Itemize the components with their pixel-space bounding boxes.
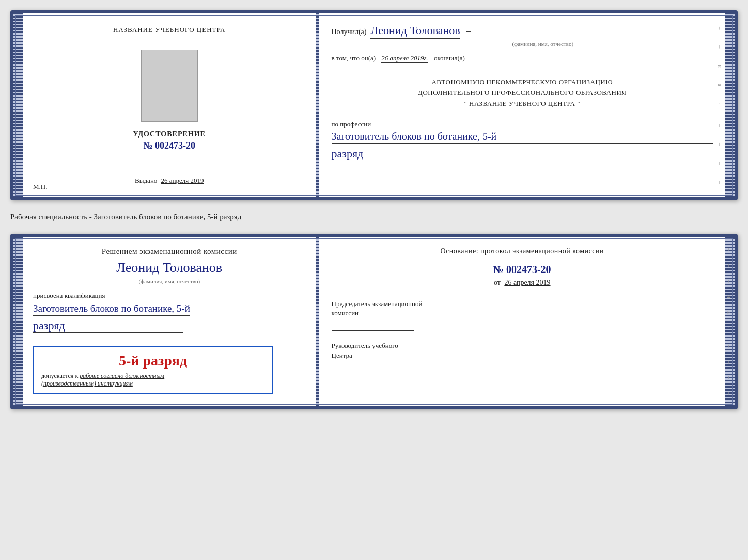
deco2-line-2: –: [726, 264, 733, 267]
cert2-ot-date-val: 26 апреля 2019: [504, 279, 550, 286]
cert1-line1: [60, 166, 278, 166]
cert2-predsedatel-line1: Председатель экзаменационной: [332, 300, 423, 308]
deco2-line-10: –: [726, 392, 733, 395]
cert2-predsedatel-title: Председатель экзаменационной комиссии: [332, 299, 713, 318]
specialty-label: Рабочая специальность - Заготовитель бло…: [10, 209, 738, 226]
deco-line-3: и: [717, 65, 723, 68]
cert2-left-page: Решением экзаменационной комиссии Леонид…: [23, 237, 316, 406]
deco2-line-7: –: [726, 345, 733, 348]
cert2-left-border: [13, 237, 23, 406]
cert1-received-name: Леонид Толованов: [370, 24, 460, 39]
deco-line-8: –: [717, 162, 723, 165]
certificate-2: Решением экзаменационной комиссии Леонид…: [10, 234, 738, 409]
deco-line-6: –: [717, 124, 723, 127]
cert1-received-line: Получил(а) Леонид Толованов –: [332, 24, 713, 39]
cert2-rukovoditel-block: Руководитель учебного Центра: [332, 341, 713, 373]
cert1-left-page: НАЗВАНИЕ УЧЕБНОГО ЦЕНТРА УДОСТОВЕРЕНИЕ №…: [23, 13, 316, 197]
cert1-mp: М.П.: [33, 183, 47, 191]
cert2-rukovoditel-title: Руководитель учебного Центра: [332, 341, 713, 360]
cert1-udost-label: УДОСТОВЕРЕНИЕ: [133, 130, 206, 138]
cert1-vtom-date: 26 апреля 2019г.: [381, 54, 428, 63]
cert1-right-page: Получил(а) Леонид Толованов – (фамилия, …: [319, 13, 726, 197]
cert1-org-line1: АВТОНОМНУЮ НЕКОММЕРЧЕСКУЮ ОРГАНИЗАЦИЮ: [332, 77, 713, 88]
cert2-osnov: Основание: протокол экзаменационной коми…: [332, 247, 713, 255]
cert2-razryad: разряд: [33, 319, 183, 333]
deco2-line-3: –: [726, 280, 733, 283]
cert1-org-block: АВТОНОМНУЮ НЕКОММЕРЧЕСКУЮ ОРГАНИЗАЦИЮ ДО…: [332, 77, 713, 109]
cert1-profession-name: Заготовитель блоков по ботанике, 5-й: [332, 131, 713, 144]
deco2-line-9: –: [726, 376, 733, 379]
deco2-line-1: –: [726, 248, 733, 251]
cert2-predsedatel-komissii: комиссии: [332, 309, 359, 317]
deco-line-7: –: [717, 143, 723, 146]
cert1-number: № 002473-20: [143, 140, 195, 151]
cert2-qual-name: Заготовитель блоков по ботанике, 5-й: [33, 303, 190, 316]
cert2-stamp-box: 5-й разряд допускается к работе согласно…: [33, 346, 273, 394]
cert1-org-line3: " НАЗВАНИЕ УЧЕБНОГО ЦЕНТРА ": [332, 99, 713, 109]
cert2-rabota: работе согласно должностным: [80, 372, 164, 379]
cert1-poluchil: Получил(а): [332, 28, 367, 36]
cert2-ot-date: от 26 апреля 2019: [332, 279, 713, 287]
cert2-instruktsii: (производственным) инструкциям: [41, 380, 133, 387]
cert1-po-professii: по профессии: [332, 120, 713, 129]
cert2-fio-sub: (фамилия, имя, отчество): [33, 278, 306, 284]
page-container: НАЗВАНИЕ УЧЕБНОГО ЦЕНТРА УДОСТОВЕРЕНИЕ №…: [10, 10, 738, 409]
deco-line-4: а: [717, 84, 723, 86]
cert1-vydano: Выдано 26 апреля 2019: [135, 177, 204, 185]
cert2-assigned: присвоена квалификация: [33, 292, 105, 300]
cert1-fio-subtitle: (фамилия, имя, отчество): [373, 41, 713, 47]
cert1-razryad: разряд: [332, 147, 560, 162]
deco2-line-4: и: [726, 295, 733, 298]
deco-line-1: –: [717, 27, 723, 30]
cert2-protocol-num: № 002473-20: [332, 264, 713, 276]
cert2-decision: Решением экзаменационной комиссии: [33, 247, 306, 256]
cert1-dash: –: [466, 26, 471, 37]
cert1-school-name: НАЗВАНИЕ УЧЕБНОГО ЦЕНТРА: [113, 26, 225, 34]
cert1-org-line2: ДОПОЛНИТЕЛЬНОГО ПРОФЕССИОНАЛЬНОГО ОБРАЗО…: [332, 88, 713, 99]
cert1-vtom-line: в том, что он(а) 26 апреля 2019г. окончи…: [332, 54, 713, 62]
cert1-vydano-date: 26 апреля 2019: [161, 177, 204, 184]
cert2-ot-label: от: [494, 279, 501, 286]
cert2-допускается-label: допускается к: [41, 372, 78, 379]
deco-line-5: ←: [717, 102, 723, 108]
cert1-right-border: [725, 13, 735, 197]
deco-line-2: –: [717, 45, 723, 49]
cert2-predsedatel-sig-line: [332, 330, 414, 331]
cert1-photo: [141, 50, 198, 122]
cert2-tsentra: Центра: [332, 351, 352, 359]
cert2-rukovoditel-sig-line: [332, 373, 414, 373]
cert1-profession-block: по профессии Заготовитель блоков по бота…: [332, 120, 713, 162]
deco2-line-5: а: [726, 311, 733, 314]
cert2-deco-lines: – – – и а ← – – – –: [719, 237, 735, 406]
cert2-person-name: Леонид Толованов: [33, 260, 306, 277]
cert2-right-page: Основание: протокол экзаменационной коми…: [319, 237, 726, 406]
certificate-1: НАЗВАНИЕ УЧЕБНОГО ЦЕНТРА УДОСТОВЕРЕНИЕ №…: [10, 10, 738, 200]
cert1-okonchill: окончил(а): [434, 54, 465, 62]
cert2-stamp-razryad: 5-й разряд: [41, 353, 264, 369]
deco2-line-8: –: [726, 361, 733, 364]
cert1-vtom-label: в том, что он(а): [332, 54, 376, 62]
cert1-left-border: [13, 13, 23, 197]
deco-line-9: –: [717, 181, 723, 184]
cert1-deco-lines: – – и а ← – – – –: [710, 13, 725, 197]
deco2-line-6: ←: [726, 326, 733, 332]
cert2-rukovoditel-line1: Руководитель учебного: [332, 342, 398, 349]
cert2-predsedatel-block: Председатель экзаменационной комиссии: [332, 299, 713, 331]
cert1-vydano-label: Выдано: [135, 177, 157, 184]
cert2-допускается: допускается к работе согласно должностны…: [41, 372, 264, 388]
